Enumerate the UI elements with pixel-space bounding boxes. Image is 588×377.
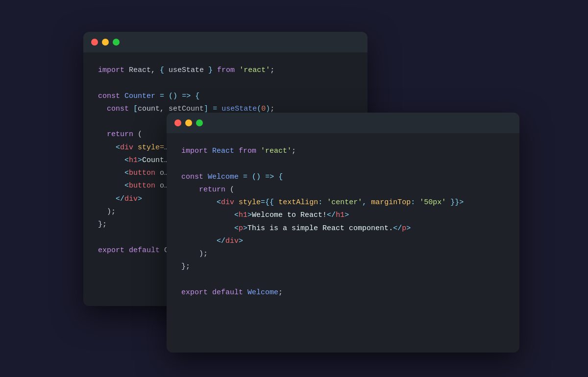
token-plain: ( xyxy=(225,186,234,194)
token-plain: React, xyxy=(124,66,160,74)
code-line: export default Welcome; xyxy=(181,286,505,299)
token-tag-blue: > xyxy=(239,237,243,245)
token-num-orange: 0 xyxy=(261,105,266,113)
token-op: : xyxy=(318,198,322,207)
token-plain xyxy=(217,105,221,113)
token-plain xyxy=(181,198,217,207)
token-brace: { xyxy=(195,92,199,100)
token-tag-blue: > xyxy=(247,211,252,219)
code-line: <h1>Welcome to React!</h1> xyxy=(181,209,505,222)
token-tag-blue: < xyxy=(116,143,120,152)
token-plain xyxy=(247,173,252,181)
token-tag-blue: > xyxy=(459,198,464,207)
token-plain xyxy=(203,173,208,181)
token-brace: { xyxy=(160,66,164,74)
dot-yellow-back[interactable] xyxy=(102,39,109,46)
token-tag-name: p xyxy=(402,224,406,233)
token-plain xyxy=(98,143,116,152)
token-plain xyxy=(235,66,239,74)
token-str-green: '50px' xyxy=(419,198,446,207)
token-plain xyxy=(239,173,243,181)
dot-red-front[interactable] xyxy=(174,119,181,126)
token-tag-blue: < xyxy=(234,224,239,233)
token-plain xyxy=(322,198,327,207)
token-brace: ( xyxy=(257,105,261,113)
dot-green-back[interactable] xyxy=(113,39,120,46)
token-op: = xyxy=(261,198,265,207)
token-import-kw: import xyxy=(181,147,208,155)
token-plain: ; xyxy=(270,105,274,113)
token-op: = xyxy=(213,105,217,113)
token-plain xyxy=(181,237,217,245)
token-str-green: 'react' xyxy=(261,147,292,155)
token-tag-blue: </ xyxy=(116,195,124,203)
token-plain xyxy=(256,147,261,155)
token-plain xyxy=(213,66,217,74)
title-bar-front xyxy=(167,113,519,133)
token-tag-name: div xyxy=(221,198,234,207)
token-brace: } xyxy=(208,66,213,74)
token-brace: ] xyxy=(204,105,208,113)
token-tag-blue: < xyxy=(124,156,129,165)
token-str-green: 'react' xyxy=(239,66,270,74)
token-op: , xyxy=(362,198,367,207)
token-plain xyxy=(98,182,124,190)
token-plain xyxy=(367,198,371,207)
token-plain xyxy=(98,105,107,113)
token-from-kw: from xyxy=(239,147,256,155)
code-line xyxy=(181,274,505,286)
token-jsx-text: Welcome to React! xyxy=(252,211,327,219)
token-plain xyxy=(234,147,239,155)
token-str-green: 'center' xyxy=(327,198,362,207)
token-tag-blue: </ xyxy=(327,211,336,219)
dot-red-back[interactable] xyxy=(91,39,98,46)
token-plain xyxy=(191,92,195,100)
token-plain xyxy=(234,198,239,207)
token-attr-name: textAlign xyxy=(278,198,318,207)
code-front: import React from 'react'; const Welcome… xyxy=(167,133,519,311)
token-fn-blue: Welcome xyxy=(208,173,239,181)
token-from-kw: from xyxy=(217,66,235,74)
token-brace: () xyxy=(252,173,261,181)
token-plain: ); xyxy=(181,250,208,258)
token-plain xyxy=(243,288,247,297)
token-plain: }; xyxy=(98,220,107,229)
token-brace: [ xyxy=(133,105,138,113)
token-tag-name: h1 xyxy=(129,156,138,165)
token-tag-blue: > xyxy=(344,211,349,219)
token-tag-name: button xyxy=(129,169,155,177)
token-plain xyxy=(155,92,160,100)
token-brace: }} xyxy=(450,198,459,207)
token-brace: { xyxy=(278,173,283,181)
token-tag-blue: > xyxy=(138,156,142,165)
dot-yellow-front[interactable] xyxy=(185,119,192,126)
code-line: const Counter = () => { xyxy=(98,90,353,103)
token-attr-name: style xyxy=(239,198,261,207)
token-tag-name: div xyxy=(225,237,239,245)
token-kw-purple: return xyxy=(199,186,225,194)
token-tag-name: div xyxy=(124,195,138,203)
token-plain: ( xyxy=(133,130,142,139)
token-tag-name: h1 xyxy=(239,211,247,219)
token-tag-blue: < xyxy=(234,211,239,219)
token-plain: ; xyxy=(278,288,283,297)
title-bar-back xyxy=(83,32,368,52)
token-brace: ) xyxy=(266,105,270,113)
window-front: import React from 'react'; const Welcome… xyxy=(167,113,519,353)
token-jsx-text: Count… xyxy=(142,156,169,165)
token-plain xyxy=(181,186,199,194)
token-tag-name: h1 xyxy=(336,211,344,219)
token-tag-name: button xyxy=(129,182,155,190)
token-tag-blue: </ xyxy=(393,224,402,233)
token-tag-name: div xyxy=(120,143,133,152)
token-arrow: => xyxy=(182,92,191,100)
token-plain: ); xyxy=(98,208,116,216)
dot-green-front[interactable] xyxy=(196,119,203,126)
token-tag-blue: > xyxy=(406,224,411,233)
token-plain xyxy=(208,105,213,113)
token-tag-blue: < xyxy=(124,182,129,190)
token-kw-purple: const xyxy=(181,173,203,181)
token-plain xyxy=(177,92,182,100)
code-line xyxy=(98,77,353,90)
token-plain: count, setCount xyxy=(138,105,204,113)
